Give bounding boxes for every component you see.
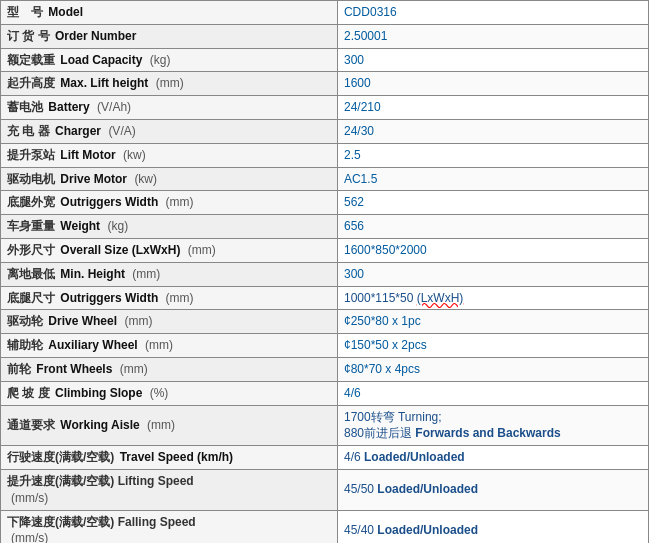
- value-cell: ¢250*80 x 1pc: [337, 310, 648, 334]
- label-zh: 型 号: [7, 5, 43, 19]
- label-en: Load Capacity: [60, 53, 142, 67]
- label-cell: 行驶速度(满载/空载) Travel Speed (km/h): [1, 446, 338, 470]
- label-zh: 提升速度(满载/空载) Lifting Speed: [7, 474, 194, 488]
- label-en: Outriggers Width: [60, 195, 158, 209]
- table-row: 提升速度(满载/空载) Lifting Speed (mm/s) 45/50 L…: [1, 469, 649, 510]
- value-cell: 4/6: [337, 381, 648, 405]
- label-en: Overall Size (LxWxH): [60, 243, 180, 257]
- value-cell: ¢150*50 x 2pcs: [337, 334, 648, 358]
- label-unit: (mm): [166, 291, 194, 305]
- value-cell: 45/50 Loaded/Unloaded: [337, 469, 648, 510]
- label-zh: 订 货 号: [7, 29, 50, 43]
- label-cell: 起升高度 Max. Lift height (mm): [1, 72, 338, 96]
- label-cell: 外形尺寸 Overall Size (LxWxH) (mm): [1, 238, 338, 262]
- label-en: Battery: [48, 100, 89, 114]
- label-en: Outriggers Width: [60, 291, 158, 305]
- label-cell: 蓄电池 Battery (V/Ah): [1, 96, 338, 120]
- table-row: 车身重量 Weight (kg) 656: [1, 215, 649, 239]
- value-cell: 300: [337, 262, 648, 286]
- table-row: 离地最低 Min. Height (mm) 300: [1, 262, 649, 286]
- table-row: 订 货 号 Order Number 2.50001: [1, 24, 649, 48]
- label-unit: (kg): [107, 219, 128, 233]
- value-cell: AC1.5: [337, 167, 648, 191]
- value-cell: 1600*850*2000: [337, 238, 648, 262]
- label-cell: 底腿尺寸 Outriggers Width (mm): [1, 286, 338, 310]
- table-row: 驱动轮 Drive Wheel (mm) ¢250*80 x 1pc: [1, 310, 649, 334]
- label-unit: (mm): [156, 76, 184, 90]
- table-row: 蓄电池 Battery (V/Ah) 24/210: [1, 96, 649, 120]
- label-unit: (mm): [166, 195, 194, 209]
- specs-table: 型 号 Model CDD0316 订 货 号 Order Number 2.5…: [0, 0, 649, 543]
- label-en: Order Number: [55, 29, 136, 43]
- table-row: 辅助轮 Auxiliary Wheel (mm) ¢150*50 x 2pcs: [1, 334, 649, 358]
- label-zh: 驱动轮: [7, 314, 43, 328]
- value-cell: 1700转弯 Turning; 880前进后退 Forwards and Bac…: [337, 405, 648, 446]
- label-cell: 型 号 Model: [1, 1, 338, 25]
- label-en: Drive Motor: [60, 172, 127, 186]
- label-unit: (V/A): [108, 124, 135, 138]
- value-cell: CDD0316: [337, 1, 648, 25]
- label-zh: 下降速度(满载/空载) Falling Speed: [7, 515, 196, 529]
- label-cell: 订 货 号 Order Number: [1, 24, 338, 48]
- label-zh: 驱动电机: [7, 172, 55, 186]
- label-unit: (mm/s): [11, 491, 48, 505]
- label-unit: (%): [150, 386, 169, 400]
- label-unit: (mm): [147, 418, 175, 432]
- label-zh: 外形尺寸: [7, 243, 55, 257]
- label-unit: (mm): [188, 243, 216, 257]
- label-zh: 底腿外宽: [7, 195, 55, 209]
- value-cell: 656: [337, 215, 648, 239]
- table-row: 爬 坡 度 Climbing Slope (%) 4/6: [1, 381, 649, 405]
- label-zh: 行驶速度(满载/空载): [7, 450, 114, 464]
- table-row: 起升高度 Max. Lift height (mm) 1600: [1, 72, 649, 96]
- label-unit: (kw): [134, 172, 157, 186]
- table-row: 通道要求 Working Aisle (mm) 1700转弯 Turning; …: [1, 405, 649, 446]
- value-cell: 562: [337, 191, 648, 215]
- label-en: Max. Lift height: [60, 76, 148, 90]
- label-cell: 额定载重 Load Capacity (kg): [1, 48, 338, 72]
- table-row: 行驶速度(满载/空载) Travel Speed (km/h) 4/6 Load…: [1, 446, 649, 470]
- value-cell: ¢80*70 x 4pcs: [337, 357, 648, 381]
- label-en: Climbing Slope: [55, 386, 142, 400]
- label-unit: (V/Ah): [97, 100, 131, 114]
- label-en: Drive Wheel: [48, 314, 117, 328]
- label-en: Min. Height: [60, 267, 125, 281]
- label-unit: (kg): [150, 53, 171, 67]
- label-cell: 通道要求 Working Aisle (mm): [1, 405, 338, 446]
- label-unit: (mm): [132, 267, 160, 281]
- label-en: Weight: [60, 219, 100, 233]
- label-en: Charger: [55, 124, 101, 138]
- label-zh: 底腿尺寸: [7, 291, 55, 305]
- label-zh: 前轮: [7, 362, 31, 376]
- label-zh: 通道要求: [7, 418, 55, 432]
- label-en: Model: [48, 5, 83, 19]
- value-cell: 2.50001: [337, 24, 648, 48]
- label-unit: (mm/s): [11, 531, 48, 543]
- table-row: 充 电 器 Charger (V/A) 24/30: [1, 119, 649, 143]
- label-cell: 下降速度(满载/空载) Falling Speed (mm/s): [1, 510, 338, 543]
- value-cell: 1000*115*50 (LxWxH): [337, 286, 648, 310]
- value-cell: 1600: [337, 72, 648, 96]
- label-zh: 额定载重: [7, 53, 55, 67]
- table-row: 驱动电机 Drive Motor (kw) AC1.5: [1, 167, 649, 191]
- label-en: Travel Speed (km/h): [120, 450, 233, 464]
- label-zh: 离地最低: [7, 267, 55, 281]
- label-unit: (mm): [145, 338, 173, 352]
- label-en: Working Aisle: [60, 418, 139, 432]
- label-zh: 充 电 器: [7, 124, 50, 138]
- value-cell: 24/30: [337, 119, 648, 143]
- label-cell: 充 电 器 Charger (V/A): [1, 119, 338, 143]
- label-cell: 爬 坡 度 Climbing Slope (%): [1, 381, 338, 405]
- label-zh: 起升高度: [7, 76, 55, 90]
- value-cell: 300: [337, 48, 648, 72]
- value-cell: 24/210: [337, 96, 648, 120]
- table-row: 提升泵站 Lift Motor (kw) 2.5: [1, 143, 649, 167]
- label-en: Lift Motor: [60, 148, 115, 162]
- value-cell: 2.5: [337, 143, 648, 167]
- label-en: Auxiliary Wheel: [48, 338, 137, 352]
- table-row: 外形尺寸 Overall Size (LxWxH) (mm) 1600*850*…: [1, 238, 649, 262]
- label-cell: 辅助轮 Auxiliary Wheel (mm): [1, 334, 338, 358]
- label-cell: 离地最低 Min. Height (mm): [1, 262, 338, 286]
- value-line2: 880前进后退 Forwards and Backwards: [344, 425, 642, 442]
- label-zh: 车身重量: [7, 219, 55, 233]
